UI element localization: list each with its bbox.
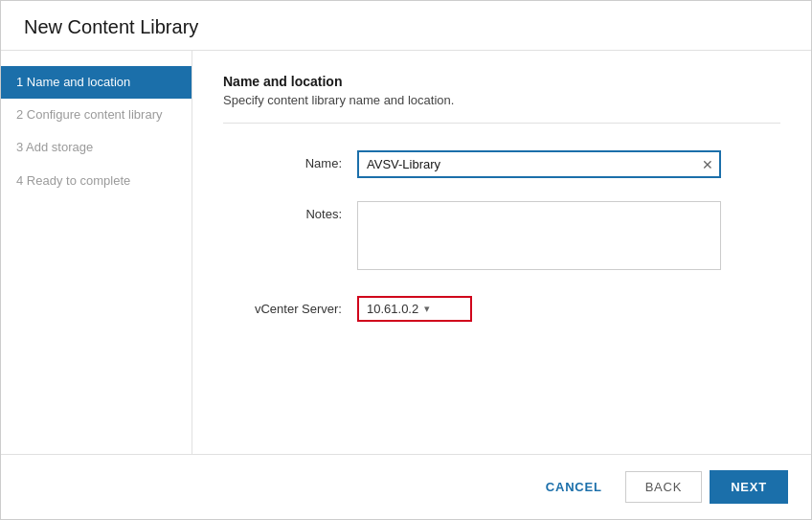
dialog-footer: CANCEL BACK NEXT [1, 454, 811, 519]
section-divider [223, 123, 780, 124]
vcenter-control-wrap: 10.61.0.2 ▾ [357, 296, 721, 322]
dialog-header: New Content Library [1, 1, 811, 51]
name-input-wrap: ✕ [357, 150, 721, 178]
dialog-title: New Content Library [24, 16, 788, 38]
main-content: Name and location Specify content librar… [192, 51, 811, 454]
chevron-down-icon: ▾ [424, 303, 462, 315]
notes-row: Notes: [223, 201, 780, 273]
clear-name-button[interactable]: ✕ [696, 158, 719, 171]
name-label: Name: [223, 150, 357, 170]
next-button[interactable]: NEXT [710, 470, 788, 504]
name-input-container: ✕ [357, 150, 721, 178]
new-content-library-dialog: New Content Library 1 Name and location … [0, 0, 812, 520]
notes-label: Notes: [223, 201, 357, 221]
dialog-body: 1 Name and location 2 Configure content … [1, 51, 811, 454]
vcenter-server-value: 10.61.0.2 [367, 302, 418, 316]
sidebar-item-configure-content-library: 2 Configure content library [1, 99, 192, 131]
name-input[interactable] [359, 152, 696, 176]
section-title: Name and location [223, 74, 780, 89]
clear-icon: ✕ [702, 157, 713, 172]
sidebar-item-ready-to-complete: 4 Ready to complete [1, 165, 192, 197]
cancel-button[interactable]: CANCEL [530, 472, 618, 502]
back-button[interactable]: BACK [625, 471, 703, 503]
vcenter-label: vCenter Server: [223, 296, 357, 316]
sidebar-item-add-storage: 3 Add storage [1, 131, 192, 164]
section-description: Specify content library name and locatio… [223, 93, 780, 107]
notes-textarea[interactable] [357, 201, 721, 270]
name-row: Name: ✕ [223, 150, 780, 178]
sidebar: 1 Name and location 2 Configure content … [1, 51, 192, 454]
vcenter-row: vCenter Server: 10.61.0.2 ▾ [223, 296, 780, 322]
vcenter-server-select[interactable]: 10.61.0.2 ▾ [357, 296, 472, 322]
sidebar-item-name-and-location[interactable]: 1 Name and location [1, 66, 192, 99]
notes-control-wrap [357, 201, 721, 273]
